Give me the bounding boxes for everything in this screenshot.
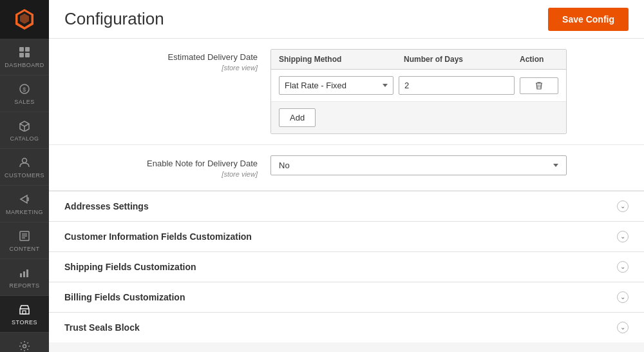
- section-title: Trust Seals Block: [64, 322, 140, 333]
- sidebar-item-label: STORES: [12, 319, 37, 326]
- svg-rect-11: [20, 273, 22, 277]
- sidebar-item-label: CONTENT: [10, 246, 40, 252]
- logo: [0, 0, 49, 39]
- sidebar-item-label: CUSTOMERS: [5, 172, 44, 179]
- svg-rect-0: [19, 47, 24, 52]
- dashboard-icon: [17, 45, 32, 59]
- collapsible-sections: Addresses Settings ⌄ Customer Informatio…: [49, 191, 644, 342]
- svg-rect-2: [19, 53, 24, 57]
- shipping-table: Shipping Method Number of Days Action Fl…: [270, 49, 567, 134]
- sidebar-item-catalog[interactable]: CATALOG: [0, 112, 49, 149]
- delete-row-button[interactable]: [520, 77, 558, 94]
- col-number-of-days: Number of Days: [404, 55, 520, 64]
- shipping-method-value: Flat Rate - Fixed: [285, 81, 346, 90]
- stores-icon: [17, 302, 32, 317]
- svg-text:$: $: [23, 86, 26, 93]
- chevron-down-icon: ⌄: [617, 231, 629, 242]
- sidebar-item-label: REPORTS: [10, 282, 40, 289]
- section-title: Customer Information Fields Customizatio…: [64, 231, 252, 242]
- reports-icon: [17, 266, 32, 280]
- estimated-delivery-control: Shipping Method Number of Days Action Fl…: [270, 49, 629, 134]
- enable-note-control: No: [270, 155, 629, 175]
- main-content: Configuration Save Config Estimated Deli…: [49, 0, 644, 352]
- sidebar: DASHBOARD $ SALES CATALOG CUSTOMERS MARK…: [0, 0, 49, 352]
- form-section: Estimated Delivery Date [store view] Shi…: [49, 39, 644, 191]
- col-shipping-method: Shipping Method: [279, 55, 404, 64]
- section-title: Shipping Fields Customization: [64, 262, 196, 272]
- table-header: Shipping Method Number of Days Action: [271, 50, 566, 70]
- section-title: Billing Fields Customization: [64, 292, 185, 302]
- chevron-down-icon: ⌄: [617, 261, 629, 273]
- sidebar-item-stores[interactable]: STORES: [0, 296, 49, 333]
- sidebar-item-content[interactable]: CONTENT: [0, 222, 49, 259]
- shipping-method-select[interactable]: Flat Rate - Fixed: [279, 76, 393, 95]
- page-title: Configuration: [64, 9, 164, 29]
- customer-info-fields-section[interactable]: Customer Information Fields Customizatio…: [49, 221, 644, 251]
- chevron-down-icon: ⌄: [617, 322, 629, 333]
- sidebar-item-label: CATALOG: [10, 135, 39, 142]
- addresses-settings-section[interactable]: Addresses Settings ⌄: [49, 191, 644, 221]
- enable-note-label: Enable Note for Delivery Date [store vie…: [64, 155, 270, 180]
- sidebar-item-label: SALES: [14, 99, 35, 105]
- customers-icon: [17, 155, 32, 170]
- table-row: Flat Rate - Fixed: [271, 70, 566, 101]
- sidebar-item-marketing[interactable]: MARKETING: [0, 186, 49, 222]
- svg-point-6: [23, 159, 27, 163]
- add-button[interactable]: Add: [279, 108, 316, 127]
- sidebar-item-dashboard[interactable]: DASHBOARD: [0, 39, 49, 75]
- marketing-icon: [17, 192, 32, 206]
- estimated-delivery-label: Estimated Delivery Date [store view]: [64, 49, 270, 73]
- billing-fields-section[interactable]: Billing Fields Customization ⌄: [49, 282, 644, 312]
- sidebar-item-label: DASHBOARD: [5, 62, 44, 68]
- enable-note-select[interactable]: No: [270, 155, 567, 175]
- svg-rect-1: [25, 47, 30, 52]
- content-area: Estimated Delivery Date [store view] Shi…: [49, 39, 644, 352]
- catalog-icon: [17, 119, 32, 133]
- chevron-down-icon: ⌄: [617, 200, 629, 212]
- estimated-delivery-row: Estimated Delivery Date [store view] Shi…: [49, 39, 644, 145]
- svg-rect-13: [26, 269, 28, 277]
- enable-note-value: No: [279, 161, 290, 170]
- chevron-down-icon: ⌄: [617, 291, 629, 303]
- svg-point-15: [23, 345, 26, 348]
- sidebar-item-reports[interactable]: REPORTS: [0, 259, 49, 296]
- system-icon: [17, 339, 32, 352]
- header: Configuration Save Config: [49, 0, 644, 39]
- enable-note-row: Enable Note for Delivery Date [store vie…: [49, 145, 644, 191]
- save-config-button[interactable]: Save Config: [548, 8, 629, 31]
- svg-rect-12: [23, 271, 25, 277]
- chevron-down-icon: [553, 164, 558, 167]
- content-icon: [17, 229, 32, 243]
- chevron-down-icon: [383, 84, 388, 87]
- svg-rect-3: [25, 53, 30, 57]
- add-row-area: Add: [271, 101, 566, 133]
- sales-icon: $: [17, 82, 32, 96]
- trash-icon: [535, 81, 544, 90]
- col-action: Action: [520, 55, 558, 64]
- section-title: Addresses Settings: [64, 201, 149, 211]
- shipping-fields-section[interactable]: Shipping Fields Customization ⌄: [49, 251, 644, 282]
- trust-seals-section[interactable]: Trust Seals Block ⌄: [49, 312, 644, 342]
- sidebar-item-sales[interactable]: $ SALES: [0, 75, 49, 112]
- sidebar-item-label: MARKETING: [6, 209, 43, 215]
- sidebar-item-customers[interactable]: CUSTOMERS: [0, 149, 49, 186]
- sidebar-item-system[interactable]: SYSTEM: [0, 333, 49, 352]
- number-of-days-input[interactable]: [399, 76, 515, 95]
